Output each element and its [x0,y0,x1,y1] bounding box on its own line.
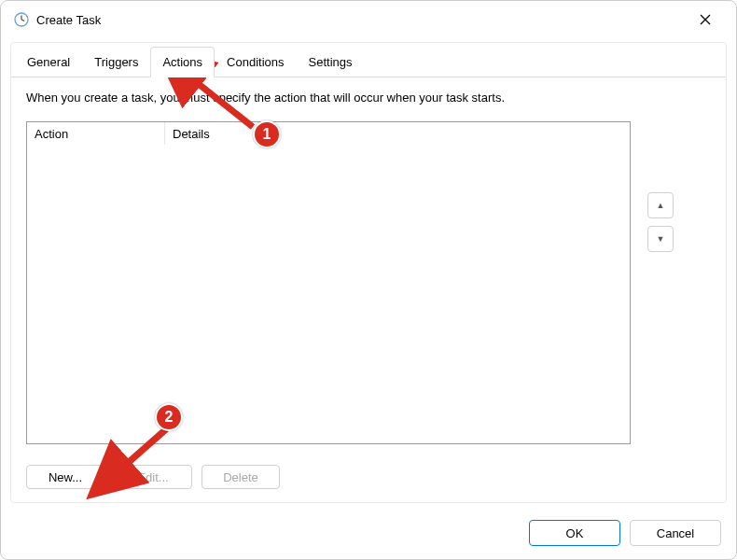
move-down-button[interactable]: ▼ [647,226,674,252]
triangle-up-icon: ▲ [657,201,665,210]
dialog-footer: OK Cancel [529,520,721,546]
tab-strip: General Triggers Actions Conditions Sett… [15,47,726,77]
reorder-buttons: ▲ ▼ [647,192,674,252]
column-action[interactable]: Action [27,122,165,145]
action-button-row: New... Edit... Delete [26,465,280,489]
close-button[interactable] [684,5,727,35]
instruction-text: When you create a task, you must specify… [26,91,711,105]
actions-list-area: Action Details ▲ ▼ [26,121,711,444]
dialog-body: General Triggers Actions Conditions Sett… [10,42,727,503]
ok-button[interactable]: OK [529,520,620,546]
tab-settings[interactable]: Settings [297,47,365,77]
actions-list[interactable]: Action Details [26,121,631,444]
new-button[interactable]: New... [26,465,104,489]
actions-panel: When you create a task, you must specify… [11,77,726,500]
create-task-dialog: Create Task General Triggers Actions Con… [0,0,737,560]
triangle-down-icon: ▼ [657,234,665,244]
tab-conditions[interactable]: Conditions [215,47,296,77]
edit-button[interactable]: Edit... [114,465,192,489]
actions-list-header: Action Details [27,122,630,145]
cancel-button[interactable]: Cancel [630,520,721,546]
move-up-button[interactable]: ▲ [647,192,674,218]
titlebar: Create Task [1,1,736,38]
tab-general[interactable]: General [15,47,82,77]
clock-icon [14,12,29,27]
window-title: Create Task [36,13,684,27]
close-icon [700,14,711,25]
column-details[interactable]: Details [165,122,630,145]
tab-actions[interactable]: Actions [150,47,215,77]
delete-button[interactable]: Delete [202,465,280,489]
tab-triggers[interactable]: Triggers [82,47,150,77]
